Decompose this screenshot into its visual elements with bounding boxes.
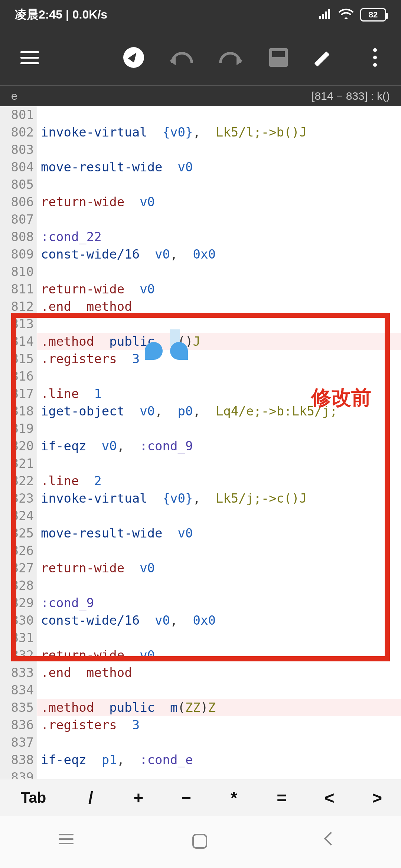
code-line[interactable]: const-wide/16 v0, 0x0 <box>37 612 401 629</box>
line-number: 837 <box>0 734 34 751</box>
line-number: 811 <box>0 280 34 298</box>
nav-home-button[interactable] <box>192 834 209 850</box>
selection-handles[interactable] <box>145 342 188 360</box>
undo-button[interactable] <box>167 43 197 72</box>
code-line[interactable]: :cond_22 <box>37 228 401 246</box>
line-number: 838 <box>0 751 34 769</box>
code-line[interactable]: move-result-wide v0 <box>37 158 401 176</box>
wifi-icon <box>339 8 353 22</box>
code-line[interactable] <box>37 629 401 647</box>
compass-button[interactable] <box>119 43 149 72</box>
symkey-tab[interactable]: Tab <box>0 789 67 806</box>
code-line[interactable]: invoke-virtual {v0}, Lk5/j;->c()J <box>37 490 401 507</box>
code-line[interactable]: .registers 3 <box>37 716 401 734</box>
line-number: 836 <box>0 716 34 734</box>
code-line[interactable]: invoke-virtual {v0}, Lk5/l;->b()J <box>37 124 401 141</box>
selection-handle-right[interactable] <box>170 342 188 360</box>
symkey-gt[interactable]: > <box>353 788 401 808</box>
code-line[interactable] <box>37 577 401 594</box>
symkey-lt[interactable]: < <box>306 788 353 808</box>
code-line[interactable]: .line 2 <box>37 472 401 490</box>
code-line[interactable] <box>37 734 401 751</box>
line-number: 814 <box>0 333 34 350</box>
nav-back-button[interactable] <box>326 834 342 850</box>
selection-handle-left[interactable] <box>145 342 163 360</box>
code-line[interactable] <box>37 769 401 779</box>
code-line[interactable]: return-wide v0 <box>37 193 401 211</box>
breadcrumb-file: e <box>11 90 17 102</box>
code-line[interactable] <box>37 211 401 228</box>
line-number: 839 <box>0 769 34 779</box>
line-number: 821 <box>0 455 34 472</box>
save-button[interactable] <box>264 43 293 72</box>
code-line[interactable] <box>37 542 401 559</box>
code-line[interactable] <box>37 681 401 699</box>
back-icon <box>324 832 338 846</box>
symkey-minus[interactable]: − <box>162 788 210 808</box>
menu-button[interactable] <box>15 43 45 72</box>
svg-rect-1 <box>322 14 324 19</box>
line-number: 803 <box>0 141 34 158</box>
symkey-plus[interactable]: + <box>115 788 163 808</box>
code-line[interactable]: .end method <box>37 298 401 315</box>
code-line[interactable]: return-wide v0 <box>37 559 401 577</box>
symkey-slash[interactable]: / <box>67 788 115 808</box>
code-line[interactable]: .method public k()J <box>37 333 401 350</box>
line-number: 835 <box>0 699 34 716</box>
code-line[interactable] <box>37 420 401 437</box>
line-number: 808 <box>0 228 34 246</box>
symkey-equals[interactable]: = <box>258 788 306 808</box>
code-line[interactable]: return-wide v0 <box>37 647 401 664</box>
line-number: 806 <box>0 193 34 211</box>
line-number: 812 <box>0 298 34 315</box>
redo-button[interactable] <box>215 43 245 72</box>
line-number: 819 <box>0 420 34 437</box>
code-line[interactable] <box>37 176 401 193</box>
edit-button[interactable] <box>312 43 342 72</box>
pencil-icon <box>317 48 336 67</box>
code-line[interactable]: return-wide v0 <box>37 280 401 298</box>
code-line[interactable]: if-eqz p1, :cond_e <box>37 751 401 769</box>
line-number: 805 <box>0 176 34 193</box>
symkey-star[interactable]: * <box>210 788 258 808</box>
code-editor[interactable]: 801 802 803 804 805 806 807 808 809 810 … <box>0 106 401 779</box>
code-line[interactable]: .end method <box>37 664 401 681</box>
code-line[interactable] <box>37 141 401 158</box>
code-line[interactable] <box>37 106 401 124</box>
annotation-label: 修改前 <box>311 384 371 411</box>
svg-rect-3 <box>328 9 330 19</box>
code-line[interactable]: move-result-wide v0 <box>37 525 401 542</box>
code-area[interactable]: invoke-virtual {v0}, Lk5/l;->b()J move-r… <box>37 106 401 779</box>
hamburger-icon <box>20 51 39 64</box>
code-line[interactable]: .method public m(ZZ)Z <box>37 699 401 716</box>
status-right: 82 <box>319 8 386 22</box>
recent-icon <box>59 834 75 844</box>
code-line[interactable] <box>37 507 401 525</box>
more-icon <box>373 48 377 67</box>
line-number: 833 <box>0 664 34 681</box>
line-gutter: 801 802 803 804 805 806 807 808 809 810 … <box>0 106 37 779</box>
undo-icon <box>171 52 193 63</box>
line-number: 827 <box>0 559 34 577</box>
line-number: 831 <box>0 629 34 647</box>
code-line[interactable] <box>37 455 401 472</box>
nav-recent-button[interactable] <box>59 834 75 850</box>
line-number: 823 <box>0 490 34 507</box>
signal-icon <box>319 8 332 22</box>
code-line[interactable] <box>37 315 401 333</box>
code-line[interactable]: if-eqz v0, :cond_9 <box>37 437 401 455</box>
line-number: 832 <box>0 647 34 664</box>
code-line[interactable] <box>37 263 401 280</box>
code-line[interactable]: .registers 3 <box>37 350 401 368</box>
battery-icon: 82 <box>360 8 386 22</box>
more-button[interactable] <box>360 43 390 72</box>
code-line[interactable] <box>37 368 401 385</box>
line-number: 822 <box>0 472 34 490</box>
home-icon <box>192 834 207 849</box>
status-time: 凌晨2:45 | 0.0K/s <box>15 7 107 23</box>
code-line[interactable]: :cond_9 <box>37 594 401 612</box>
line-number: 817 <box>0 385 34 402</box>
line-number: 834 <box>0 681 34 699</box>
redo-icon <box>219 52 241 63</box>
code-line[interactable]: const-wide/16 v0, 0x0 <box>37 246 401 263</box>
